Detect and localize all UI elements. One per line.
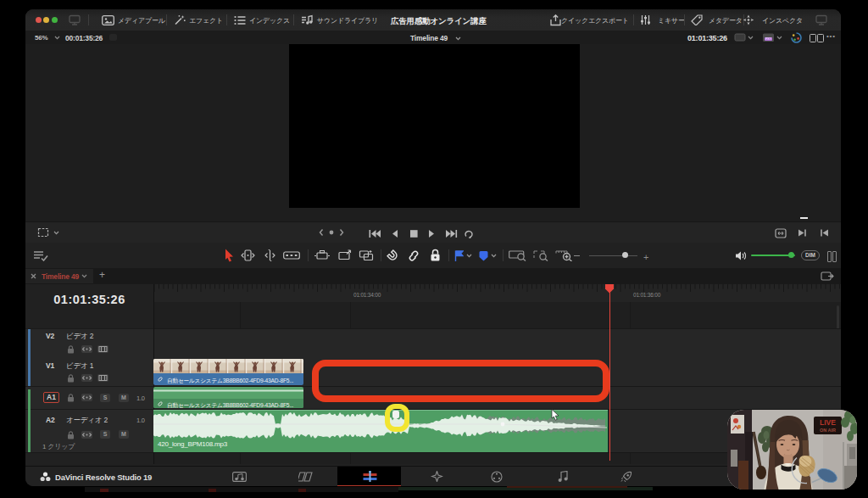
- svg-text:LIVE: LIVE: [820, 418, 836, 427]
- svg-text:PXY: PXY: [765, 37, 772, 41]
- svg-text:ON AIR: ON AIR: [820, 428, 836, 433]
